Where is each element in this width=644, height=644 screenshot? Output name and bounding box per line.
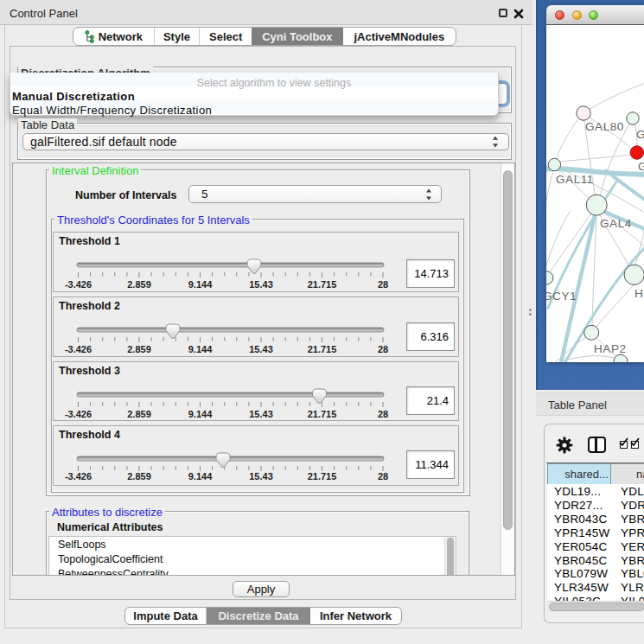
- svg-text:GCY1: GCY1: [546, 289, 577, 302]
- svg-text:GAL11: GAL11: [556, 172, 594, 185]
- svg-text:H: H: [634, 286, 643, 299]
- svg-text:GA: GA: [636, 127, 644, 140]
- svg-text:HAP2: HAP2: [594, 341, 627, 354]
- svg-text:GAL80: GAL80: [585, 120, 624, 133]
- svg-text:GAL4: GAL4: [600, 216, 632, 229]
- svg-text:G: G: [638, 159, 644, 172]
